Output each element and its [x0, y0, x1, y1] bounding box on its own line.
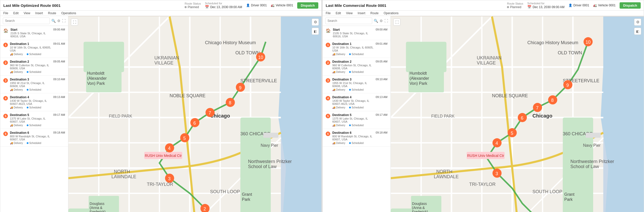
scheduled-dot: [27, 89, 28, 91]
left-sidebar: 🔍 ⚙ ⛶ 🏠 Start 2105 S State St, Chicago, …: [0, 16, 68, 212]
svg-text:Park: Park: [242, 197, 250, 202]
left-map-settings[interactable]: ⚙: [312, 19, 319, 26]
dest-stop-tags-3: 🚚 Delivery · Scheduled: [10, 88, 51, 91]
svg-text:NORTH: NORTH: [114, 169, 130, 174]
svg-text:9: 9: [566, 83, 569, 88]
right-map-resize[interactable]: ⛶: [393, 19, 400, 26]
right-stops-list-dest-stop-1[interactable]: 1 Destination 1 10 W 16th St, Chicago, I…: [323, 40, 391, 58]
svg-text:LAWNDALE: LAWNDALE: [111, 174, 136, 179]
left-stops-list-dest-stop-5[interactable]: 5 Destination 5 1375 W Lake St, Chicago,…: [0, 111, 68, 129]
left-menu-file[interactable]: File: [3, 11, 8, 15]
right-menu-route[interactable]: Route: [370, 11, 379, 15]
right-menu-view[interactable]: View: [346, 11, 353, 15]
dest-stop-time-3: 09:10 AM: [376, 78, 387, 81]
left-vehicle-info: 🚛 Vehicle 0001: [271, 4, 293, 7]
dest-stop-name-6: Destination 6: [10, 131, 51, 135]
right-driver-name: Driver 0001: [573, 4, 589, 7]
tag-separator: ·: [24, 88, 25, 91]
right-map-settings[interactable]: ⚙: [634, 19, 641, 26]
scheduled-dot: [27, 124, 28, 126]
scheduled-dot: [27, 53, 28, 55]
scheduled-tag: Scheduled: [349, 71, 364, 73]
scheduled-label: Scheduled: [352, 88, 364, 91]
right-map-layers[interactable]: ◧: [634, 28, 641, 35]
left-stops-list-dest-stop-2[interactable]: 2 Destination 2 960 W Cullerton St, Chic…: [0, 58, 68, 76]
tag-separator: ·: [347, 53, 348, 56]
dest-stop-address-3: 1955 W 21st St, Chicago, IL 60608, USA: [332, 81, 374, 88]
left-menu-insert[interactable]: Insert: [35, 11, 43, 15]
left-dispatch-button[interactable]: Dispatch: [297, 2, 318, 9]
dest-stop-name-5: Destination 5: [332, 113, 374, 117]
right-stops-list-dest-stop-2[interactable]: 2 Destination 2 960 W Cullerton St, Chic…: [323, 58, 391, 76]
right-search-input[interactable]: [325, 18, 372, 24]
right-menu-insert[interactable]: Insert: [358, 11, 365, 15]
right-filter-icon[interactable]: ⚙: [380, 19, 383, 23]
svg-text:UKRAINIAN: UKRAINIAN: [477, 55, 502, 60]
left-stops-list-dest-stop-3[interactable]: 3 Destination 3 1955 W 21st St, Chicago,…: [0, 76, 68, 93]
left-stops-list-dest-stop-1[interactable]: 1 Destination 1 10 W 16th St, Chicago, I…: [0, 40, 68, 58]
dest-stop-address-3: 1955 W 21st St, Chicago, IL 60608, USA: [10, 81, 51, 88]
left-menu-edit[interactable]: Edit: [13, 11, 19, 15]
left-expand-icon[interactable]: ⛶: [62, 19, 66, 23]
left-status-dot: [185, 6, 187, 8]
svg-text:Navy Pier: Navy Pier: [583, 143, 601, 148]
delivery-tag: 🚚 Delivery: [10, 142, 23, 144]
svg-text:5: 5: [183, 136, 186, 141]
right-menu-file[interactable]: File: [326, 11, 331, 15]
truck-icon: 🚚: [10, 124, 13, 127]
svg-text:10: 10: [258, 55, 263, 60]
right-dispatch-button[interactable]: Dispatch: [620, 2, 641, 9]
left-stops-list-dest-stop-4[interactable]: 4 Destination 4 1430 W Taylor St, Chicag…: [0, 93, 68, 111]
dest-stop-name-1: Destination 1: [332, 42, 374, 46]
truck-icon: 🚚: [10, 88, 13, 91]
left-map-resize[interactable]: ⛶: [71, 19, 78, 26]
left-menu-operations[interactable]: Operations: [61, 11, 76, 15]
right-stops-list-dest-stop-6[interactable]: 6 Destination 6 800 W Randolph St, Chica…: [323, 129, 391, 147]
right-expand-icon[interactable]: ⛶: [384, 19, 388, 23]
truck-icon: 🚚: [10, 71, 13, 73]
svg-text:Park: Park: [564, 197, 573, 202]
scheduled-tag: Scheduled: [27, 88, 41, 91]
svg-text:NORTH: NORTH: [436, 169, 452, 174]
truck-icon: 🚚: [10, 142, 13, 144]
left-scheduled-info: 📅 Dec 13, 2030 09:00 AM: [205, 5, 242, 9]
right-top-bar: Last Mile Commercial Route 0001 Route St…: [323, 0, 644, 11]
scheduled-dot: [349, 124, 351, 126]
svg-text:RUSH Univ Medical Ctr: RUSH Univ Medical Ctr: [145, 154, 182, 158]
left-menu-route[interactable]: Route: [48, 11, 56, 15]
dest-stop-name-4: Destination 4: [10, 95, 51, 99]
svg-text:2: 2: [203, 206, 206, 211]
left-stops-list: 🏠 Start 2105 S State St, Chicago, IL 606…: [0, 26, 68, 212]
right-calendar-icon: 📅: [527, 5, 531, 9]
stop-badge-3: 3: [3, 78, 8, 83]
delivery-tag: 🚚 Delivery: [10, 106, 23, 109]
scheduled-label: Scheduled: [29, 142, 41, 144]
right-route-title: Last Mile Commercial Route 0001: [326, 3, 386, 8]
svg-text:TRI-TAYLOR: TRI-TAYLOR: [469, 182, 496, 187]
right-stops-list-dest-stop-5[interactable]: 5 Destination 5 1375 W Lake St, Chicago,…: [323, 111, 391, 129]
left-stops-list-dest-stop-6[interactable]: 6 Destination 6 800 W Randolph St, Chica…: [0, 129, 68, 147]
right-menu-operations[interactable]: Operations: [384, 11, 399, 15]
dest-stop-address-4: 1430 W Taylor St, Chicago, IL 60607-4623…: [332, 99, 374, 105]
right-driver-info: 👤 Driver 0001: [568, 4, 589, 7]
right-stops-list-dest-stop-3[interactable]: 3 Destination 3 1955 W 21st St, Chicago,…: [323, 76, 391, 93]
left-map-layers[interactable]: ◧: [312, 28, 319, 35]
left-menu-view[interactable]: View: [24, 11, 30, 15]
scheduled-tag: Scheduled: [349, 142, 364, 144]
dest-stop-time-2: 09:05 AM: [53, 60, 65, 63]
right-menu-edit[interactable]: Edit: [336, 11, 341, 15]
truck-icon: 🚚: [332, 88, 335, 91]
scheduled-dot: [349, 107, 351, 108]
right-stops-list-dest-stop-4[interactable]: 4 Destination 4 1430 W Taylor St, Chicag…: [323, 93, 391, 111]
left-filter-icon[interactable]: ⚙: [57, 19, 61, 23]
left-menu-bar: File Edit View Insert Route Operations: [0, 11, 321, 16]
delivery-tag: 🚚 Delivery: [10, 71, 23, 73]
dest-stop-tags-5: 🚚 Delivery · Scheduled: [10, 124, 51, 127]
left-search-input[interactable]: [3, 18, 50, 24]
dest-stop-tags-5: 🚚 Delivery · Scheduled: [332, 124, 374, 127]
stop-badge-5: 5: [3, 114, 8, 118]
dest-stop-name-2: Destination 2: [332, 60, 374, 63]
svg-text:LAWNDALE: LAWNDALE: [434, 174, 459, 179]
scheduled-label: Scheduled: [29, 53, 41, 56]
scheduled-label: Scheduled: [29, 106, 41, 109]
